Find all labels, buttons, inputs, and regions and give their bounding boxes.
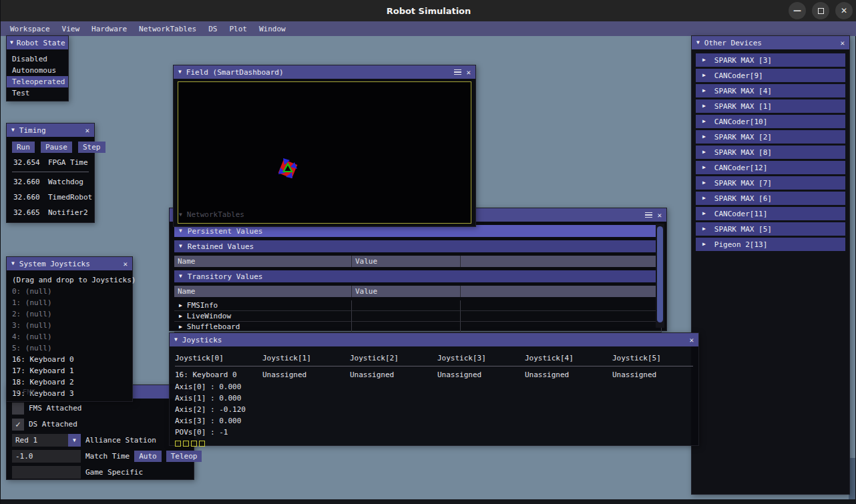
collapse-arrow-icon[interactable]: ▼ [11, 261, 15, 266]
expand-arrow-icon[interactable]: ▶ [179, 314, 182, 319]
collapse-arrow-icon[interactable]: ▼ [178, 69, 182, 75]
joystick-column-header[interactable]: Joystick[1] [262, 352, 350, 364]
joystick-assignment[interactable]: Unassigned [262, 368, 350, 381]
robot-state-option[interactable]: Disabled [7, 53, 68, 65]
robot-state-option[interactable]: Test [7, 87, 68, 99]
joystick-column-header[interactable]: Joystick[2] [350, 352, 437, 364]
menu-item[interactable]: View [56, 21, 86, 36]
match-time-input[interactable] [12, 450, 81, 463]
ds-attached-checkbox[interactable]: ✓ [12, 419, 24, 431]
system-joystick-item[interactable]: 4: (null) [7, 331, 132, 342]
robot-state-titlebar[interactable]: ▼ Robot State [7, 36, 68, 49]
joystick-assignment[interactable]: Unassigned [350, 368, 437, 381]
joystick-assignment[interactable]: Unassigned [437, 368, 525, 381]
game-specific-input[interactable] [12, 466, 81, 479]
collapse-arrow-icon[interactable]: ▼ [11, 128, 15, 133]
joystick-assignment[interactable]: Unassigned [525, 368, 612, 381]
timing-control-button[interactable]: Run [12, 142, 35, 153]
device-header[interactable]: ▶ CANCoder[11] [696, 207, 845, 220]
device-header[interactable]: ▶ CANCoder[10] [696, 115, 845, 128]
system-joystick-item[interactable]: 16: Keyboard 0 [7, 354, 132, 365]
fms-attached-checkbox[interactable] [12, 403, 24, 415]
joystick-column-header[interactable]: Joystick[4] [525, 352, 612, 364]
device-header[interactable]: ▶ SPARK MAX [4] [696, 84, 845, 97]
os-titlebar: Robot Simulation — ✕ [1, 0, 856, 21]
tree-node[interactable]: ▶ LiveWindow [174, 311, 352, 322]
device-header[interactable]: ▶ SPARK MAX [8] [696, 146, 845, 159]
device-header[interactable]: ▶ SPARK MAX [5] [696, 222, 845, 236]
system-joystick-item[interactable]: 2: (null) [7, 308, 132, 320]
device-header[interactable]: ▶ CANCoder[12] [696, 161, 845, 174]
joystick-assignment[interactable]: Unassigned [612, 368, 700, 381]
other-devices-titlebar[interactable]: ▼ Other Devices ✕ [692, 36, 849, 49]
system-joystick-item[interactable]: 1: (null) [7, 297, 132, 308]
system-joysticks-titlebar[interactable]: ▼ System Joysticks ✕ [7, 257, 132, 270]
collapse-arrow-icon[interactable]: ▼ [10, 40, 13, 45]
system-joystick-item[interactable]: 3: (null) [7, 320, 132, 331]
menu-item[interactable]: Hardware [85, 21, 133, 36]
expand-arrow-icon: ▶ [702, 119, 706, 124]
minimize-button[interactable]: — [789, 2, 806, 19]
system-joystick-item[interactable]: 5: (null) [7, 342, 132, 354]
device-header[interactable]: ▶ SPARK MAX [1] [696, 99, 845, 113]
tree-node[interactable]: ▶ FMSInfo [174, 300, 352, 311]
robot-state-option[interactable]: Autonomous [7, 65, 68, 76]
joystick-button-icon [175, 441, 181, 447]
teleop-button[interactable]: Teleop [166, 451, 202, 462]
collapse-arrow-icon[interactable]: ▼ [174, 337, 178, 342]
menu-item[interactable]: NetworkTables [133, 21, 202, 36]
timing-control-button[interactable]: Pause [41, 142, 72, 153]
timer-label: Notifier2 [48, 208, 88, 217]
device-header[interactable]: ▶ SPARK MAX [7] [696, 176, 845, 190]
device-header[interactable]: ▶ CANCoder[9] [696, 69, 845, 82]
maximize-button[interactable] [812, 2, 829, 19]
field-titlebar[interactable]: ▼ Field (SmartDashboard) ✕ [174, 65, 475, 79]
alliance-station-label: Alliance Station [85, 436, 156, 445]
device-header[interactable]: ▶ SPARK MAX [2] [696, 130, 845, 144]
auto-button[interactable]: Auto [134, 451, 162, 462]
close-button[interactable]: ✕ [835, 2, 853, 19]
close-window-icon[interactable]: ✕ [657, 211, 662, 220]
joystick-assignment[interactable]: 16: Keyboard 0 [175, 368, 262, 381]
menu-item[interactable]: Workspace [4, 21, 56, 36]
collapse-arrow-icon: ▼ [179, 244, 182, 249]
expand-arrow-icon: ▶ [702, 88, 706, 93]
collapse-arrow-icon[interactable]: ▼ [696, 40, 700, 45]
system-joystick-item[interactable]: 0: (null) [7, 286, 132, 297]
device-header[interactable]: ▶ SPARK MAX [6] [696, 192, 845, 205]
alliance-station-value: Red 1 [12, 434, 68, 447]
timer-row: 32.660 TimedRobot [7, 192, 94, 203]
close-window-icon[interactable]: ✕ [85, 126, 89, 135]
tree-node[interactable]: ▶ Shuffleboard [174, 322, 352, 332]
alliance-station-select[interactable]: Red 1 ▼ [12, 434, 81, 447]
robot-state-option[interactable]: Teleoperated [7, 76, 68, 87]
joystick-column-header[interactable]: Joystick[3] [437, 352, 525, 364]
timing-titlebar[interactable]: ▼ Timing ✕ [7, 123, 94, 137]
menu-item[interactable]: Window [253, 21, 292, 36]
transitory-values-header[interactable]: ▼ Transitory Values [174, 270, 662, 282]
close-window-icon[interactable]: ✕ [123, 260, 128, 268]
hamburger-menu-icon[interactable] [454, 69, 461, 75]
menu-item[interactable]: Plot [223, 21, 253, 36]
window-title: Robot Simulation [387, 6, 471, 16]
joysticks-titlebar[interactable]: ▼ Joysticks ✕ [170, 333, 698, 346]
expand-arrow-icon[interactable]: ▶ [179, 303, 182, 308]
close-window-icon[interactable]: ✕ [689, 336, 694, 344]
expand-arrow-icon[interactable]: ▶ [179, 324, 182, 330]
timing-buttons: RunPauseStep [12, 142, 89, 153]
scrollbar-thumb[interactable] [657, 226, 663, 322]
system-joystick-item[interactable]: 18: Keyboard 2 [7, 376, 132, 388]
close-window-icon[interactable]: ✕ [466, 68, 471, 77]
joystick-column-header[interactable]: Joystick[0] [175, 352, 262, 364]
field-canvas[interactable]: ▼ NetworkTables [178, 81, 471, 224]
system-joystick-item[interactable]: 17: Keyboard 1 [7, 365, 132, 376]
timing-control-button[interactable]: Step [78, 142, 105, 153]
device-header[interactable]: ▶ SPARK MAX [3] [696, 53, 845, 67]
close-window-icon[interactable]: ✕ [840, 39, 845, 47]
hamburger-menu-icon[interactable] [645, 212, 652, 218]
joystick-column-header[interactable]: Joystick[5] [612, 352, 700, 364]
retained-values-header[interactable]: ▼ Retained Values [174, 240, 662, 252]
device-header[interactable]: ▶ Pigeon 2[13] [696, 238, 845, 251]
menu-item[interactable]: DS [202, 21, 223, 36]
joysticks-body: Joystick[0]Joystick[1]Joystick[2]Joystic… [170, 346, 698, 449]
